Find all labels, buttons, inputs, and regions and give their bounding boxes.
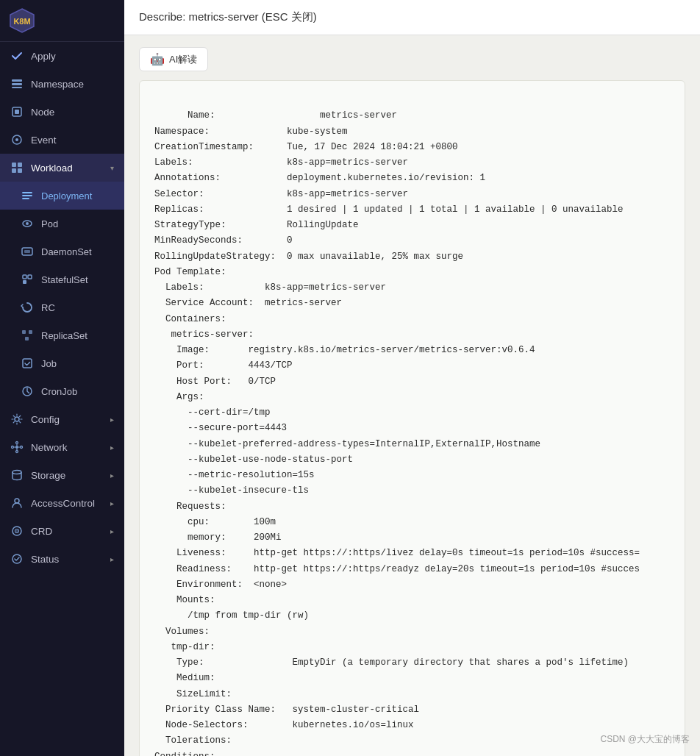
main-content: Describe: metrics-server (ESC 关闭) 🤖 AI解读… (124, 0, 700, 756)
svg-point-26 (15, 446, 18, 449)
sidebar-item-daemonset[interactable]: DaemonSet (0, 238, 124, 265)
sidebar-item-status[interactable]: Status▸ (0, 545, 124, 573)
svg-rect-19 (23, 280, 26, 284)
workload-icon (10, 161, 24, 174)
event-icon (10, 133, 24, 146)
sidebar-nav: ApplyNamespaceNodeEventWorkload▾Deployme… (0, 42, 124, 573)
node-icon (10, 105, 24, 118)
content-area: 🤖 AI解读 Name: metrics-server Namespace: k… (124, 35, 700, 756)
svg-point-14 (26, 222, 29, 225)
statefulset-icon (21, 273, 34, 286)
svg-rect-22 (25, 337, 29, 340)
deployment-icon (21, 189, 34, 202)
sidebar-item-network[interactable]: Network▸ (0, 433, 124, 461)
sidebar-item-config[interactable]: Config▸ (0, 405, 124, 433)
sidebar-label-daemonset: DaemonSet (41, 246, 92, 257)
sidebar-item-replicaset[interactable]: ReplicaSet (0, 321, 124, 349)
sidebar-label-job: Job (41, 358, 57, 369)
sidebar-item-workload[interactable]: Workload▾ (0, 154, 124, 182)
sidebar-label-network: Network (31, 442, 68, 453)
accesscontrol-icon (10, 496, 24, 510)
sidebar-label-config: Config (31, 414, 60, 425)
sidebar-label-replicaset: ReplicaSet (41, 330, 88, 341)
sidebar: K8M ApplyNamespaceNodeEventWorkload▾Depl… (0, 0, 124, 756)
config-icon (10, 413, 24, 426)
svg-rect-16 (24, 250, 30, 253)
svg-point-25 (15, 417, 19, 421)
sidebar-item-event[interactable]: Event (0, 126, 124, 154)
replicaset-icon (21, 329, 34, 342)
storage-icon (10, 468, 24, 482)
page-title: Describe: metrics-server (ESC 关闭) (139, 10, 317, 23)
chevron-config-icon: ▸ (110, 416, 114, 424)
sidebar-label-deployment: Deployment (41, 190, 92, 202)
sidebar-item-crd[interactable]: CRD▸ (0, 517, 124, 545)
svg-rect-2 (12, 79, 22, 82)
job-icon (21, 357, 34, 370)
svg-point-35 (16, 530, 18, 532)
svg-rect-17 (23, 275, 26, 279)
chevron-network-icon: ▸ (110, 443, 114, 452)
sidebar-label-event: Event (31, 135, 57, 146)
network-icon (10, 441, 24, 454)
daemonset-icon (21, 245, 34, 258)
svg-rect-20 (22, 330, 26, 334)
sidebar-item-namespace[interactable]: Namespace (0, 70, 124, 98)
chevron-accesscontrol-icon: ▸ (110, 499, 114, 507)
sidebar-label-apply: Apply (31, 51, 56, 62)
ai-button-label: AI解读 (169, 53, 197, 66)
svg-point-27 (12, 446, 14, 449)
sidebar-item-deployment[interactable]: Deployment (0, 182, 124, 210)
svg-rect-6 (15, 110, 19, 114)
svg-rect-10 (18, 163, 22, 167)
svg-point-30 (16, 451, 18, 453)
sidebar-item-job[interactable]: Job (0, 349, 124, 377)
page-header: Describe: metrics-server (ESC 关闭) (124, 0, 700, 35)
pod-icon (21, 217, 34, 230)
sidebar-item-statefulset[interactable]: StatefulSet (0, 265, 124, 293)
svg-rect-11 (12, 168, 16, 173)
svg-rect-21 (29, 330, 32, 334)
chevron-status-icon: ▸ (110, 555, 114, 563)
rc-icon (21, 301, 34, 314)
sidebar-label-crd: CRD (31, 526, 52, 537)
sidebar-item-accesscontrol[interactable]: AccessControl▸ (0, 489, 124, 517)
sidebar-label-node: Node (31, 107, 54, 118)
status-icon (10, 552, 24, 566)
sidebar-item-node[interactable]: Node (0, 98, 124, 126)
namespace-icon (10, 77, 24, 90)
ai-interpret-button[interactable]: 🤖 AI解读 (139, 47, 208, 71)
svg-point-29 (16, 442, 18, 444)
chevron-crd-icon: ▸ (110, 527, 114, 535)
svg-point-32 (15, 499, 19, 503)
chevron-storage-icon: ▸ (110, 471, 114, 479)
sidebar-item-cronjob[interactable]: CronJob (0, 377, 124, 405)
sidebar-label-storage: Storage (31, 470, 65, 481)
describe-output: Name: metrics-server Namespace: kube-sys… (139, 80, 685, 756)
svg-point-31 (12, 471, 21, 474)
svg-rect-4 (12, 87, 22, 88)
sidebar-item-rc[interactable]: RC (0, 293, 124, 321)
describe-text: Name: metrics-server Namespace: kube-sys… (154, 110, 640, 756)
sidebar-label-rc: RC (41, 302, 55, 313)
sidebar-item-storage[interactable]: Storage▸ (0, 461, 124, 489)
sidebar-label-workload: Workload (31, 163, 73, 174)
svg-point-8 (15, 138, 18, 141)
apply-icon (10, 49, 24, 63)
sidebar-item-apply[interactable]: Apply (0, 42, 124, 70)
app-logo-icon: K8M (9, 7, 35, 34)
sidebar-label-namespace: Namespace (31, 79, 84, 90)
svg-rect-18 (28, 275, 32, 279)
crd-icon (10, 524, 24, 538)
sidebar-label-statefulset: StatefulSet (41, 274, 88, 285)
sidebar-item-pod[interactable]: Pod (0, 210, 124, 238)
sidebar-label-status: Status (31, 554, 59, 565)
ai-icon: 🤖 (150, 52, 165, 66)
svg-text:K8M: K8M (13, 17, 30, 26)
sidebar-label-accesscontrol: AccessControl (31, 498, 95, 509)
svg-rect-3 (12, 83, 22, 85)
svg-point-28 (21, 446, 23, 449)
svg-rect-12 (18, 168, 22, 173)
svg-rect-9 (12, 163, 16, 167)
sidebar-label-pod: Pod (41, 218, 58, 229)
